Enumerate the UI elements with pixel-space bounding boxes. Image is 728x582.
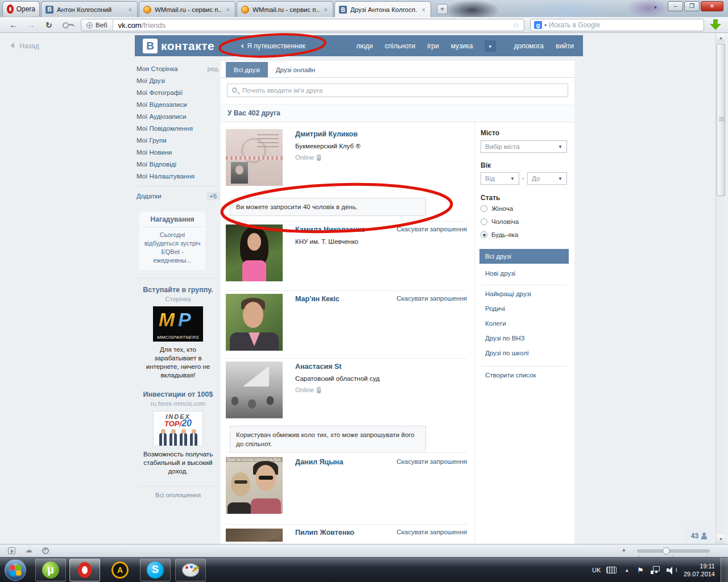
minimize-button[interactable]: – (668, 1, 683, 11)
tab-all-friends[interactable]: Всі друзі (226, 62, 268, 77)
ad-investments[interactable]: Инвестиции от 100$ ru.forex-mmcis.com IN… (136, 390, 220, 476)
sidebar-item-friends[interactable]: Мої Друзі (136, 74, 220, 86)
search-bar[interactable]: g ▾ (530, 19, 704, 31)
profile-photo[interactable] (226, 361, 283, 418)
age-from-select[interactable]: Від ▼ (481, 172, 519, 185)
profile-photo[interactable]: брат за сестру сестра за бра (226, 457, 283, 514)
browser-tab-3[interactable]: WMmail.ru - сервис п... × (237, 1, 333, 17)
nav-help[interactable]: допомога (514, 42, 544, 50)
restore-button[interactable]: ❐ (684, 1, 700, 11)
reminder-line[interactable]: ежедневны... (142, 256, 203, 265)
sidebar-item-news[interactable]: Мої Новини (136, 146, 220, 158)
reminder-line[interactable]: відбудеться зустріч (142, 239, 203, 248)
back-icon[interactable]: ← (9, 20, 18, 30)
filter-colleagues[interactable]: Колеги (485, 320, 506, 327)
password-wand-icon[interactable] (63, 22, 73, 27)
friend-name-link[interactable]: Анастасия St (295, 363, 467, 371)
filter-university-friends[interactable]: Друзі по ВНЗ (485, 335, 525, 342)
nav-music[interactable]: музика (451, 42, 473, 50)
web-badge[interactable]: Веб (81, 19, 113, 31)
header-profile-link[interactable]: Я путешественник (241, 42, 305, 50)
zoom-slider-handle[interactable] (663, 547, 670, 555)
nav-communities[interactable]: спільноти (385, 42, 416, 50)
tab-close-icon[interactable]: × (421, 6, 427, 13)
network-icon[interactable] (651, 566, 660, 574)
all-ads-link[interactable]: Всі оголошення (136, 486, 220, 498)
profile-photo[interactable] (226, 529, 283, 542)
sidebar-item-messages[interactable]: Мої Повідомлення (136, 122, 220, 134)
reminder-line[interactable]: EQBet - (142, 248, 203, 256)
gender-radio-male[interactable]: Чоловіча (481, 218, 519, 225)
profile-photo[interactable] (226, 129, 283, 186)
address-bar[interactable]: Веб vk.com/friends ☆ (81, 19, 524, 31)
sidebar-item-settings[interactable]: Мої Налаштування (136, 170, 220, 182)
bookmark-star-icon[interactable]: ☆ (512, 21, 519, 30)
browser-tab-1[interactable]: В Антон Колгоспний × (41, 1, 138, 17)
city-select[interactable]: Вибір міста ▼ (481, 140, 567, 153)
cancel-invite-link[interactable]: Скасувати запрошення (396, 295, 467, 302)
filter-school-friends[interactable]: Друзі по школі (485, 350, 528, 356)
nav-people[interactable]: люди (356, 42, 373, 50)
filter-new-friends[interactable]: Нові друзі (485, 270, 515, 277)
zoom-slider[interactable] (637, 550, 710, 552)
action-center-flag-icon[interactable]: ⚑ (637, 566, 644, 575)
start-button[interactable] (5, 559, 26, 581)
age-to-select[interactable]: До ▼ (527, 172, 567, 185)
tab-close-icon[interactable]: × (127, 6, 133, 13)
taskbar-skype-button[interactable]: S (140, 559, 171, 581)
url-text[interactable]: vk.com/friends (118, 21, 513, 30)
gender-radio-female[interactable]: Жіноча (481, 205, 513, 212)
scroll-up-icon[interactable]: ▲ (717, 34, 725, 42)
vk-logo[interactable]: В контакте (143, 39, 214, 53)
sidebar-item-apps[interactable]: Додатки +5 (136, 190, 220, 202)
sidebar-item-photos[interactable]: Мої Фотографії (136, 86, 220, 98)
filter-all-friends-active[interactable]: Всі друзі (479, 249, 569, 264)
taskbar-aimp-button[interactable]: A (105, 559, 135, 581)
ad-join-group[interactable]: Вступайте в группу. Сторінка M P MMCISPA… (136, 285, 220, 380)
sidebar-item-my-page[interactable]: Моя Сторінка ред. (136, 63, 220, 74)
hidden-icons-arrow[interactable]: ▲ (624, 568, 629, 573)
tab-close-icon[interactable]: × (323, 6, 329, 13)
search-engine-caret-icon[interactable]: ▾ (544, 23, 547, 28)
ad-image-index-top20[interactable]: INDEX TOP/20 (153, 411, 203, 446)
taskbar-paint-button[interactable] (175, 559, 206, 581)
ad-image-mmcis[interactable]: M P MMCISPARTNERS (153, 306, 203, 342)
scroll-down-icon[interactable]: ▼ (717, 535, 725, 543)
google-icon[interactable]: g (534, 21, 542, 29)
ad-title[interactable]: Вступайте в группу. (136, 285, 220, 294)
reload-icon[interactable]: ↻ (46, 20, 52, 30)
cancel-invite-link[interactable]: Скасувати запрошення (396, 458, 467, 465)
zoom-menu-icon[interactable]: ▲ (622, 547, 626, 552)
nav-logout[interactable]: вийти (556, 42, 574, 50)
friend-name-link[interactable]: Дмитрий Куликов (295, 130, 467, 138)
browser-tab-2[interactable]: WMmail.ru - сервис п... × (139, 1, 235, 17)
online-friends-badge[interactable]: 43 (684, 526, 714, 544)
scrollbar-thumb[interactable] (717, 44, 725, 196)
google-search-input[interactable] (549, 21, 700, 29)
show-desktop-button[interactable] (721, 558, 728, 582)
filter-relatives[interactable]: Родичі (485, 305, 505, 312)
tab-close-icon[interactable]: × (225, 6, 231, 13)
download-arrow-icon[interactable] (710, 19, 721, 31)
gender-radio-any[interactable]: Будь-яка (481, 231, 518, 238)
profile-photo[interactable] (226, 294, 283, 351)
opera-turbo-icon[interactable] (42, 547, 49, 554)
nav-games[interactable]: ігри (427, 42, 439, 50)
volume-icon[interactable] (667, 566, 676, 574)
opera-menu-button[interactable]: Opera (2, 1, 40, 16)
nav-more-icon[interactable]: ▸ (485, 40, 496, 52)
sidebar-item-replies[interactable]: Мої Відповіді (136, 158, 220, 170)
taskbar-utorrent-button[interactable]: µ (35, 559, 66, 581)
edit-link[interactable]: ред. (208, 65, 220, 72)
taskbar-opera-button[interactable] (69, 559, 100, 581)
profile-photo[interactable] (226, 225, 283, 281)
create-list-link[interactable]: Створити список (485, 372, 536, 379)
page-scrollbar[interactable]: ▲ ▼ (715, 33, 725, 544)
sidebar-item-videos[interactable]: Мої Відеозаписи (136, 98, 220, 110)
vk-back-link[interactable]: Назад (10, 42, 39, 50)
sidebar-item-audio[interactable]: Мої Аудіозаписи (136, 110, 220, 122)
browser-tab-4-active[interactable]: В Друзі Антона Колгосп... × (334, 1, 431, 18)
forward-icon[interactable]: → (27, 20, 35, 30)
sidebar-item-groups[interactable]: Мої Групи (136, 134, 220, 146)
new-tab-button[interactable]: + (437, 4, 448, 14)
